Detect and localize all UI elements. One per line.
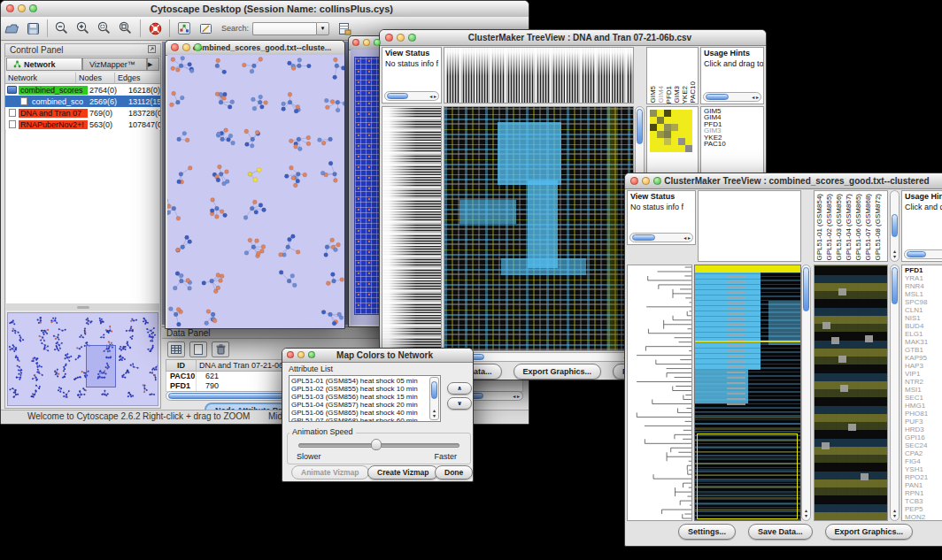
close-button[interactable] [352, 39, 359, 46]
tab-overflow-button[interactable]: ▶ [147, 58, 159, 71]
gene-label[interactable]: BUD4 [905, 322, 942, 330]
gene-label[interactable]: PAN1 [905, 481, 942, 489]
attribute-item[interactable]: GPL51-07 (GSM868) heat shock 60 min [291, 417, 440, 422]
tab-network[interactable]: Network [6, 58, 82, 71]
column-header-nodes[interactable]: Nodes [76, 73, 115, 83]
zoom-button[interactable] [194, 43, 202, 51]
scrollbar-arrows[interactable]: ▴▾ [802, 508, 810, 518]
scrollbar-thumb[interactable] [892, 267, 898, 304]
zoom-out-button[interactable] [51, 19, 73, 38]
animation-speed-slider-thumb[interactable] [371, 439, 382, 450]
network-tree-row-combined-scores[interactable]: combined_scores2764(0)16218(0) [5, 84, 160, 96]
scrollbar-thumb[interactable] [632, 234, 655, 241]
gene-label[interactable]: FIG4 [905, 457, 942, 465]
export-graphics-button[interactable]: Export Graphics... [825, 524, 914, 540]
move-attribute-up-button[interactable]: ∧ [447, 382, 472, 395]
scrollbar-thumb[interactable] [803, 267, 809, 311]
gene-label[interactable]: RPO21 [905, 473, 942, 481]
annotation-button[interactable] [195, 19, 216, 38]
scrollbar-arrows[interactable]: ◂ ▸ [752, 95, 759, 100]
gene-label[interactable]: PFD1 [704, 121, 763, 127]
column-label[interactable]: GPL51-07 (GSM868) [864, 194, 874, 261]
gene-label[interactable]: HAP3 [905, 362, 942, 370]
scrollbar-thumb[interactable] [637, 109, 643, 144]
search-options-dropdown[interactable]: ▾ [316, 22, 329, 35]
network-canvas[interactable] [167, 55, 344, 328]
minimize-button[interactable] [297, 351, 305, 358]
scrollbar-thumb[interactable] [387, 93, 408, 99]
scrollbar-thumb[interactable] [907, 251, 926, 257]
help-button[interactable] [144, 19, 166, 38]
gene-label[interactable]: SEC24 [905, 441, 942, 449]
zoom-button[interactable] [29, 4, 37, 12]
gene-label[interactable]: KAP95 [905, 354, 942, 362]
network-window-title-bar[interactable]: combined_scores_good.txt--cluste... [166, 41, 344, 56]
gene-label[interactable]: GIM5 [704, 108, 763, 114]
column-label[interactable]: GIM4 [657, 86, 665, 104]
scrollbar-arrows[interactable]: ▴▾ [891, 249, 899, 259]
gene-label[interactable]: YKE2 [704, 134, 763, 141]
minimize-button[interactable] [18, 4, 26, 12]
gene-label[interactable]: NTR2 [905, 378, 942, 386]
tv1-row-dendrogram[interactable] [382, 106, 442, 362]
close-button[interactable] [6, 4, 14, 12]
column-label[interactable]: GIM5 [649, 86, 657, 104]
tv2-genelist-vscrollbar[interactable]: ▴▾ [890, 265, 900, 521]
birdseye-view[interactable] [7, 312, 158, 406]
column-header-id[interactable]: ID [166, 360, 197, 371]
gene-label[interactable]: PHO81 [905, 410, 942, 418]
tv1-heatmap[interactable] [444, 106, 634, 351]
column-label[interactable]: GPL51-01 (GSM854) [815, 194, 825, 261]
export-graphics-button[interactable]: Export Graphics... [513, 364, 602, 380]
attribute-item[interactable]: GPL51-04 (GSM857) heat shock 20 min [291, 401, 440, 409]
new-attribute-button[interactable] [189, 341, 207, 357]
minimize-button[interactable] [363, 39, 370, 46]
gene-label[interactable]: NIS1 [905, 314, 942, 322]
gene-label[interactable]: MAK31 [905, 338, 942, 346]
zoom-button[interactable] [653, 177, 661, 185]
attribute-item[interactable]: GPL51-02 (GSM855) heat shock 10 min [291, 385, 440, 393]
heatmap-selection-rect[interactable] [697, 433, 798, 519]
save-data-button[interactable]: Save Data... [748, 524, 813, 540]
show-table-button[interactable] [167, 341, 185, 357]
attribute-item[interactable]: GPL51-01 (GSM854) heat shock 05 min [291, 377, 440, 385]
gene-label[interactable]: MSL1 [905, 290, 942, 298]
gene-label[interactable]: YSH1 [905, 465, 942, 473]
zoom-selected-button[interactable] [94, 19, 115, 38]
tv2-title-bar[interactable]: ClusterMaker TreeView : combined_scores_… [625, 173, 942, 189]
gene-label[interactable]: GIM3 [704, 127, 763, 134]
float-panel-icon[interactable] [148, 45, 156, 55]
tv2-row-dendrogram[interactable] [627, 265, 692, 521]
scrollbar-thumb[interactable] [431, 381, 437, 399]
column-label[interactable]: GPL51-03 (GSM856) [835, 194, 845, 261]
gene-label[interactable]: PUF3 [905, 418, 942, 426]
column-label[interactable]: GPL51-04 (GSM857) [845, 194, 854, 261]
gene-label[interactable]: CPA2 [905, 449, 942, 457]
close-button[interactable] [630, 177, 638, 185]
gene-label[interactable]: TCB3 [905, 497, 942, 505]
open-session-button[interactable] [1, 19, 22, 38]
tv2-heatmap-vscrollbar[interactable]: ▴▾ [801, 265, 811, 521]
settings-button[interactable]: Settings... [678, 524, 736, 540]
gene-label[interactable]: ELG1 [905, 330, 942, 338]
tv2-column-dendrogram[interactable] [698, 190, 801, 262]
scrollbar-arrows[interactable]: ◂ ▸ [429, 94, 436, 99]
tv1-title-bar[interactable]: ClusterMaker TreeView : DNA and Tran 07-… [380, 30, 766, 46]
dialog-title-bar[interactable]: Map Colors to Network [282, 349, 473, 363]
save-session-button[interactable] [22, 19, 43, 38]
gene-label[interactable]: GTB1 [905, 346, 942, 354]
scrollbar-thumb[interactable] [706, 94, 729, 100]
tv2-hints-hscrollbar[interactable]: ◂ ▸ [904, 249, 942, 259]
window-controls[interactable] [6, 4, 37, 12]
attribute-list-box[interactable]: GPL51-01 (GSM854) heat shock 05 minGPL51… [289, 375, 441, 422]
gene-label[interactable]: RPN1 [905, 489, 942, 497]
tv1-hints-hscrollbar[interactable]: ◂ ▸ [703, 92, 761, 102]
scrollbar-arrows[interactable]: ◂ ▸ [513, 394, 520, 399]
zoom-in-button[interactable] [73, 19, 94, 38]
move-attribute-down-button[interactable]: ∨ [447, 397, 472, 410]
column-label[interactable]: YKE2 [681, 86, 689, 104]
close-button[interactable] [171, 43, 179, 51]
gene-label[interactable]: CLN1 [905, 306, 942, 314]
tv2-column-labels-panel[interactable]: GPL51-01 (GSM854)GPL51-02 (GSM855)GPL51-… [814, 190, 888, 262]
gene-label[interactable]: RNR4 [905, 282, 942, 290]
